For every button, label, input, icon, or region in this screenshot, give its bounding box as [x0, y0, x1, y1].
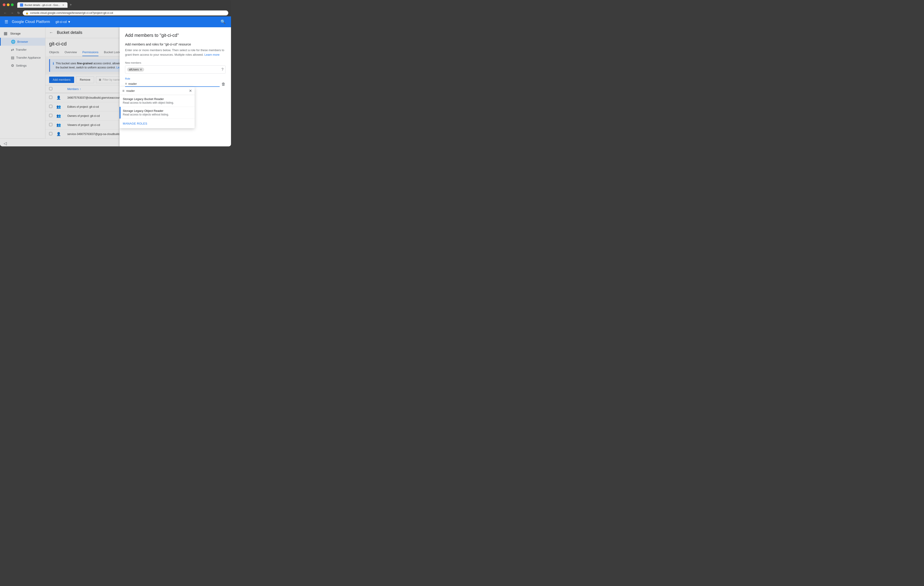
nav-back-button[interactable]: ← — [3, 11, 8, 15]
browser-tab-active[interactable]: Bucket details - git-ci-cd - Goo... ✕ — [17, 2, 68, 8]
transfer-appliance-icon: ▤ — [11, 56, 14, 60]
sidebar-transfer-label: Transfer — [16, 48, 26, 51]
search-button[interactable]: 🔍 — [219, 18, 228, 25]
row-check-1[interactable] — [49, 105, 56, 109]
url-text: console.cloud.google.com/storage/browser… — [30, 12, 113, 15]
new-tab-button[interactable]: + — [68, 2, 74, 8]
filter-icon: ⊞ — [99, 78, 101, 81]
right-panel: Add members to "git-ci-cd" Add members a… — [120, 27, 231, 146]
panel-description: Enter one or more members below. Then se… — [125, 48, 226, 57]
info-icon: ℹ — [53, 62, 54, 65]
transfer-icon: ⇄ — [11, 48, 14, 52]
role-dropdown-container: ≡ ≡ ✕ Storage — [125, 81, 219, 87]
role-search-bar[interactable]: ≡ — [125, 81, 219, 87]
dropdown-item-object-reader[interactable]: Storage Legacy Object Reader Read access… — [120, 107, 195, 119]
row-type-icon-4: 👤 — [56, 132, 67, 136]
sidebar-storage-header: ▦ Storage — [0, 29, 45, 38]
sidebar-storage-label: Storage — [10, 32, 21, 35]
dropdown-search-row: ≡ ✕ — [120, 87, 195, 95]
manage-roles-link[interactable]: MANAGE ROLES — [123, 122, 147, 125]
dropdown-filter-icon: ≡ — [122, 89, 124, 93]
back-button[interactable]: ← — [49, 30, 53, 35]
tab-bucket-lock[interactable]: Bucket Lock — [104, 49, 120, 56]
nav-refresh-button[interactable]: ↻ — [16, 11, 21, 15]
row-type-icon-1: 👥 — [56, 105, 67, 109]
row-check-4[interactable] — [49, 132, 56, 136]
tab-objects[interactable]: Objects — [49, 49, 59, 56]
role-label: Role — [125, 77, 219, 80]
panel-subtitle: Add members and roles for "git-ci-cd" re… — [125, 43, 226, 46]
dropdown-search-field[interactable] — [126, 89, 187, 92]
project-selector[interactable]: git-ci-cd ▼ — [54, 19, 73, 25]
row-type-icon-0: 👤 — [56, 95, 67, 100]
sidebar-item-browser[interactable]: 🌐 Browser — [0, 38, 45, 46]
tab-permissions[interactable]: Permissions — [82, 49, 99, 56]
row-check-3[interactable] — [49, 123, 56, 127]
dropdown-item-bucket-reader[interactable]: Storage Legacy Bucket Reader Read access… — [120, 95, 195, 107]
lock-icon: 🔒 — [25, 12, 29, 15]
brand-logo: Google Cloud Platform — [12, 20, 50, 24]
new-members-label: New members — [125, 61, 226, 64]
select-all-checkbox[interactable] — [49, 87, 52, 90]
traffic-light-minimize[interactable] — [7, 3, 10, 6]
hamburger-button[interactable]: ☰ — [3, 18, 9, 25]
members-input-box[interactable]: allUsers ✕ ? — [125, 66, 226, 74]
delete-role-button[interactable]: 🗑 — [221, 82, 226, 87]
chip-label: allUsers — [129, 68, 139, 71]
row-type-icon-3: 👥 — [56, 123, 67, 127]
traffic-light-maximize[interactable] — [11, 3, 14, 6]
role-filter-icon: ≡ — [125, 82, 127, 86]
panel-learn-more-link[interactable]: Learn more — [205, 53, 219, 56]
sidebar-collapse-button[interactable]: ◁ — [0, 138, 46, 146]
nav-forward-button[interactable]: → — [10, 11, 15, 15]
tab-overview[interactable]: Overview — [64, 49, 77, 56]
sidebar-transfer-appliance-label: Transfer Appliance — [16, 56, 41, 59]
sidebar-settings-label: Settings — [16, 64, 26, 67]
dropdown-item-title-0: Storage Legacy Bucket Reader — [123, 97, 191, 101]
role-dropdown: ≡ ✕ Storage Legacy Bucket Reader Read ac… — [120, 87, 195, 128]
project-name: git-ci-cd — [56, 20, 67, 24]
tab-close-button[interactable]: ✕ — [62, 3, 65, 7]
settings-icon: ⚙ — [11, 63, 14, 68]
page-title: Bucket details — [57, 30, 82, 35]
top-navbar: ☰ Google Cloud Platform git-ci-cd ▼ 🔍 — [0, 16, 231, 27]
sort-icon: ↑ — [79, 87, 81, 91]
tab-favicon — [20, 3, 23, 7]
sidebar: ▦ Storage 🌐 Browser ⇄ Transfer ▤ Transfe… — [0, 27, 46, 146]
dropdown-footer: MANAGE ROLES — [120, 119, 195, 128]
sidebar-browser-label: Browser — [17, 40, 28, 43]
project-dropdown-icon: ▼ — [68, 20, 71, 24]
sidebar-storage-icon: ▦ — [3, 31, 8, 36]
sidebar-item-transfer-appliance[interactable]: ▤ Transfer Appliance — [0, 54, 45, 62]
tab-title: Bucket details - git-ci-cd - Goo... — [25, 3, 60, 7]
col-header-check — [49, 87, 56, 91]
row-check-0[interactable] — [49, 96, 56, 100]
chip-remove-button[interactable]: ✕ — [140, 68, 142, 71]
add-members-button[interactable]: Add members — [49, 77, 74, 83]
row-type-icon-2: 👥 — [56, 114, 67, 118]
dropdown-item-desc-1: Read access to objects without listing. — [123, 113, 191, 116]
row-check-2[interactable] — [49, 114, 56, 118]
role-section: Role ≡ ≡ ✕ — [125, 77, 219, 87]
remove-button[interactable]: Remove — [76, 76, 94, 83]
role-search-input[interactable] — [128, 82, 219, 86]
member-chip: allUsers ✕ — [127, 67, 144, 72]
traffic-light-close[interactable] — [3, 3, 5, 6]
browser-icon: 🌐 — [11, 40, 15, 44]
dropdown-item-title-1: Storage Legacy Object Reader — [123, 109, 191, 112]
dropdown-clear-button[interactable]: ✕ — [189, 89, 192, 93]
dropdown-item-desc-0: Read access to buckets with object listi… — [123, 101, 191, 104]
sidebar-item-transfer[interactable]: ⇄ Transfer — [0, 46, 45, 54]
sidebar-item-settings[interactable]: ⚙ Settings — [0, 62, 45, 69]
address-bar[interactable]: 🔒 console.cloud.google.com/storage/brows… — [23, 10, 228, 15]
panel-title: Add members to "git-ci-cd" — [125, 33, 226, 38]
help-icon[interactable]: ? — [221, 67, 223, 72]
